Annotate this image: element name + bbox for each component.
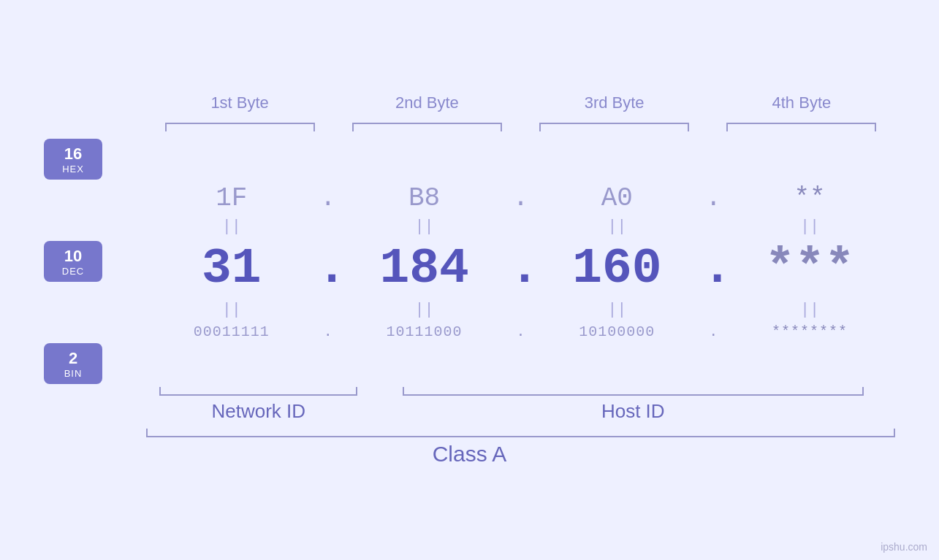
class-label: Class A — [433, 442, 507, 466]
hex-badge: 16 HEX — [44, 139, 102, 180]
eq-5: || — [146, 301, 317, 319]
bottom-section: Network ID Host ID Class A — [44, 387, 895, 467]
dec-value-row: 31 . 184 . 160 . *** — [146, 237, 895, 299]
bin-val-1: 00011111 — [146, 323, 317, 340]
bin-badge: 2 BIN — [44, 343, 102, 384]
eq-3: || — [532, 218, 703, 236]
eq-6: || — [339, 301, 510, 319]
eq-7: || — [532, 301, 703, 319]
host-id-label: Host ID — [371, 400, 896, 423]
main-grid: 16 HEX 10 DEC 2 BIN 1F . B8 . A0 — [44, 139, 895, 384]
main-container: 1st Byte 2nd Byte 3rd Byte 4th Byte 16 H… — [0, 0, 939, 560]
bottom-brackets-row — [44, 387, 895, 396]
dec-base-number: 10 — [64, 247, 82, 266]
network-id-label: Network ID — [146, 400, 371, 423]
values-section: 1F . B8 . A0 . ** || || || || 31 — [146, 180, 895, 343]
dec-val-4: *** — [724, 240, 895, 296]
host-bracket — [403, 387, 864, 396]
class-bracket-row — [146, 429, 895, 437]
hex-val-3: A0 — [532, 183, 703, 213]
bin-dot-3: . — [702, 323, 724, 340]
eq-8: || — [724, 301, 895, 319]
hex-dot-1: . — [317, 183, 339, 213]
byte-label-4: 4th Byte — [708, 93, 895, 117]
hex-val-2: B8 — [339, 183, 510, 213]
eq-2: || — [339, 218, 510, 236]
hex-base-name: HEX — [62, 164, 84, 174]
hex-dot-2: . — [510, 183, 532, 213]
class-bracket — [146, 429, 895, 437]
dec-val-2: 184 — [339, 240, 510, 296]
network-bracket — [159, 387, 357, 396]
hex-base-number: 16 — [64, 145, 82, 164]
eq-1: || — [146, 218, 317, 236]
base-labels-column: 16 HEX 10 DEC 2 BIN — [44, 139, 146, 384]
bracket-top-2 — [352, 123, 502, 131]
watermark: ipshu.com — [881, 541, 927, 553]
dec-dot-1: . — [317, 240, 339, 296]
byte-label-3: 3rd Byte — [521, 93, 708, 117]
dec-dot-3: . — [702, 240, 724, 296]
bracket-top-1 — [165, 123, 315, 131]
dec-base-name: DEC — [62, 266, 84, 277]
dec-val-1: 31 — [146, 240, 317, 296]
bin-val-3: 10100000 — [532, 323, 703, 340]
bin-base-name: BIN — [64, 368, 83, 379]
hex-dot-3: . — [702, 183, 724, 213]
byte-labels-row: 1st Byte 2nd Byte 3rd Byte 4th Byte — [44, 93, 895, 117]
bin-dot-1: . — [317, 323, 339, 340]
bin-val-4: ******** — [724, 323, 895, 340]
equals-row-2: || || || || — [146, 299, 895, 321]
equals-row-1: || || || || — [146, 216, 895, 237]
dec-badge: 10 DEC — [44, 241, 102, 282]
bin-base-number: 2 — [69, 349, 77, 368]
class-label-row: Class A — [44, 442, 895, 467]
hex-value-row: 1F . B8 . A0 . ** — [146, 180, 895, 216]
hex-val-4: ** — [724, 183, 895, 213]
dec-val-3: 160 — [532, 240, 703, 296]
byte-label-2: 2nd Byte — [333, 93, 520, 117]
top-brackets-row — [44, 123, 895, 131]
bin-dot-2: . — [510, 323, 532, 340]
id-labels-row: Network ID Host ID — [44, 400, 895, 423]
byte-label-1: 1st Byte — [146, 93, 333, 117]
hex-val-1: 1F — [146, 183, 317, 213]
dec-dot-2: . — [510, 240, 532, 296]
bracket-top-4 — [726, 123, 876, 131]
eq-4: || — [724, 218, 895, 236]
bin-val-2: 10111000 — [339, 323, 510, 340]
bin-value-row: 00011111 . 10111000 . 10100000 . *******… — [146, 321, 895, 343]
bracket-top-3 — [539, 123, 689, 131]
